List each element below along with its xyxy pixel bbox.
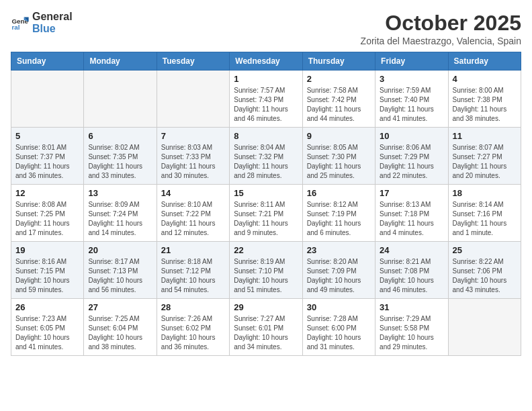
day-number: 17 xyxy=(380,188,443,198)
day-number: 15 xyxy=(234,188,298,198)
calendar-week-row: 1Sunrise: 7:57 AM Sunset: 7:43 PM Daylig… xyxy=(11,71,521,128)
calendar-cell xyxy=(157,71,229,128)
calendar-cell: 26Sunrise: 7:23 AM Sunset: 6:05 PM Dayli… xyxy=(11,299,84,356)
day-number: 11 xyxy=(453,131,517,141)
day-info: Sunrise: 8:02 AM Sunset: 7:35 PM Dayligh… xyxy=(88,143,152,181)
day-info: Sunrise: 8:10 AM Sunset: 7:22 PM Dayligh… xyxy=(161,200,225,238)
calendar-cell: 10Sunrise: 8:06 AM Sunset: 7:29 PM Dayli… xyxy=(375,128,448,185)
weekday-header-thursday: Thursday xyxy=(302,52,375,71)
day-number: 26 xyxy=(15,302,79,312)
day-number: 2 xyxy=(307,74,371,84)
calendar-cell: 22Sunrise: 8:19 AM Sunset: 7:10 PM Dayli… xyxy=(230,242,302,299)
day-number: 29 xyxy=(234,302,298,312)
day-number: 8 xyxy=(234,131,298,141)
day-info: Sunrise: 8:05 AM Sunset: 7:30 PM Dayligh… xyxy=(307,143,371,181)
day-info: Sunrise: 8:20 AM Sunset: 7:09 PM Dayligh… xyxy=(307,257,371,295)
calendar-cell: 16Sunrise: 8:12 AM Sunset: 7:19 PM Dayli… xyxy=(302,185,375,242)
weekday-header-wednesday: Wednesday xyxy=(230,52,302,71)
day-info: Sunrise: 8:12 AM Sunset: 7:19 PM Dayligh… xyxy=(307,200,371,238)
calendar-cell: 9Sunrise: 8:05 AM Sunset: 7:30 PM Daylig… xyxy=(302,128,375,185)
svg-text:ral: ral xyxy=(11,24,19,31)
calendar-cell: 28Sunrise: 7:26 AM Sunset: 6:02 PM Dayli… xyxy=(157,299,229,356)
day-info: Sunrise: 8:13 AM Sunset: 7:18 PM Dayligh… xyxy=(380,200,443,238)
calendar-cell: 15Sunrise: 8:11 AM Sunset: 7:21 PM Dayli… xyxy=(230,185,302,242)
day-number: 23 xyxy=(307,245,371,255)
day-info: Sunrise: 8:00 AM Sunset: 7:38 PM Dayligh… xyxy=(453,86,517,124)
calendar-cell: 1Sunrise: 7:57 AM Sunset: 7:43 PM Daylig… xyxy=(230,71,302,128)
calendar-cell: 12Sunrise: 8:08 AM Sunset: 7:25 PM Dayli… xyxy=(11,185,84,242)
day-number: 21 xyxy=(161,245,225,255)
logo-icon: Gene ral xyxy=(11,13,30,32)
day-number: 5 xyxy=(15,131,79,141)
day-info: Sunrise: 8:16 AM Sunset: 7:15 PM Dayligh… xyxy=(15,257,79,295)
calendar-week-row: 19Sunrise: 8:16 AM Sunset: 7:15 PM Dayli… xyxy=(11,242,521,299)
day-number: 4 xyxy=(453,74,517,84)
calendar-cell: 31Sunrise: 7:29 AM Sunset: 5:58 PM Dayli… xyxy=(375,299,448,356)
weekday-header-tuesday: Tuesday xyxy=(157,52,229,71)
calendar-cell: 19Sunrise: 8:16 AM Sunset: 7:15 PM Dayli… xyxy=(11,242,84,299)
calendar-cell: 7Sunrise: 8:03 AM Sunset: 7:33 PM Daylig… xyxy=(157,128,229,185)
day-info: Sunrise: 7:59 AM Sunset: 7:40 PM Dayligh… xyxy=(380,86,443,124)
calendar-cell xyxy=(84,71,157,128)
calendar-cell: 11Sunrise: 8:07 AM Sunset: 7:27 PM Dayli… xyxy=(448,128,521,185)
logo-text-line2: Blue xyxy=(32,23,73,35)
day-info: Sunrise: 8:18 AM Sunset: 7:12 PM Dayligh… xyxy=(161,257,225,295)
day-number: 6 xyxy=(88,131,152,141)
calendar-cell: 4Sunrise: 8:00 AM Sunset: 7:38 PM Daylig… xyxy=(448,71,521,128)
day-info: Sunrise: 7:27 AM Sunset: 6:01 PM Dayligh… xyxy=(234,314,298,352)
calendar-cell xyxy=(11,71,84,128)
day-number: 25 xyxy=(453,245,517,255)
calendar-cell: 25Sunrise: 8:22 AM Sunset: 7:06 PM Dayli… xyxy=(448,242,521,299)
calendar-cell: 24Sunrise: 8:21 AM Sunset: 7:08 PM Dayli… xyxy=(375,242,448,299)
day-info: Sunrise: 8:09 AM Sunset: 7:24 PM Dayligh… xyxy=(88,200,152,238)
calendar-cell: 6Sunrise: 8:02 AM Sunset: 7:35 PM Daylig… xyxy=(84,128,157,185)
day-info: Sunrise: 8:04 AM Sunset: 7:32 PM Dayligh… xyxy=(234,143,298,181)
calendar-week-row: 5Sunrise: 8:01 AM Sunset: 7:37 PM Daylig… xyxy=(11,128,521,185)
weekday-header-row: SundayMondayTuesdayWednesdayThursdayFrid… xyxy=(11,52,521,71)
day-number: 10 xyxy=(380,131,443,141)
calendar-cell: 5Sunrise: 8:01 AM Sunset: 7:37 PM Daylig… xyxy=(11,128,84,185)
day-info: Sunrise: 8:06 AM Sunset: 7:29 PM Dayligh… xyxy=(380,143,443,181)
day-info: Sunrise: 8:19 AM Sunset: 7:10 PM Dayligh… xyxy=(234,257,298,295)
weekday-header-sunday: Sunday xyxy=(11,52,84,71)
day-info: Sunrise: 7:28 AM Sunset: 6:00 PM Dayligh… xyxy=(307,314,371,352)
calendar-week-row: 26Sunrise: 7:23 AM Sunset: 6:05 PM Dayli… xyxy=(11,299,521,356)
calendar-cell: 30Sunrise: 7:28 AM Sunset: 6:00 PM Dayli… xyxy=(302,299,375,356)
title-block: October 2025 Zorita del Maestrazgo, Vale… xyxy=(361,11,521,46)
day-info: Sunrise: 7:58 AM Sunset: 7:42 PM Dayligh… xyxy=(307,86,371,124)
calendar-cell: 14Sunrise: 8:10 AM Sunset: 7:22 PM Dayli… xyxy=(157,185,229,242)
location-subtitle: Zorita del Maestrazgo, Valencia, Spain xyxy=(361,36,521,46)
day-info: Sunrise: 7:29 AM Sunset: 5:58 PM Dayligh… xyxy=(380,314,443,352)
weekday-header-monday: Monday xyxy=(84,52,157,71)
day-info: Sunrise: 8:11 AM Sunset: 7:21 PM Dayligh… xyxy=(234,200,298,238)
day-number: 20 xyxy=(88,245,152,255)
day-number: 19 xyxy=(15,245,79,255)
day-info: Sunrise: 8:21 AM Sunset: 7:08 PM Dayligh… xyxy=(380,257,443,295)
month-title: October 2025 xyxy=(361,11,521,36)
day-number: 31 xyxy=(380,302,443,312)
day-number: 14 xyxy=(161,188,225,198)
day-info: Sunrise: 8:14 AM Sunset: 7:16 PM Dayligh… xyxy=(453,200,517,238)
day-info: Sunrise: 8:01 AM Sunset: 7:37 PM Dayligh… xyxy=(15,143,79,181)
day-number: 7 xyxy=(161,131,225,141)
day-number: 24 xyxy=(380,245,443,255)
day-number: 16 xyxy=(307,188,371,198)
calendar-cell: 13Sunrise: 8:09 AM Sunset: 7:24 PM Dayli… xyxy=(84,185,157,242)
calendar-cell: 21Sunrise: 8:18 AM Sunset: 7:12 PM Dayli… xyxy=(157,242,229,299)
day-number: 3 xyxy=(380,74,443,84)
day-number: 30 xyxy=(307,302,371,312)
day-info: Sunrise: 7:57 AM Sunset: 7:43 PM Dayligh… xyxy=(234,86,298,124)
calendar-cell: 23Sunrise: 8:20 AM Sunset: 7:09 PM Dayli… xyxy=(302,242,375,299)
weekday-header-friday: Friday xyxy=(375,52,448,71)
day-info: Sunrise: 8:03 AM Sunset: 7:33 PM Dayligh… xyxy=(161,143,225,181)
day-info: Sunrise: 7:23 AM Sunset: 6:05 PM Dayligh… xyxy=(15,314,79,352)
day-number: 9 xyxy=(307,131,371,141)
calendar-cell: 17Sunrise: 8:13 AM Sunset: 7:18 PM Dayli… xyxy=(375,185,448,242)
day-number: 27 xyxy=(88,302,152,312)
day-number: 18 xyxy=(453,188,517,198)
page-header: Gene ral General Blue October 2025 Zorit… xyxy=(11,11,521,46)
logo-text-line1: General xyxy=(32,11,73,23)
day-number: 13 xyxy=(88,188,152,198)
day-info: Sunrise: 7:25 AM Sunset: 6:04 PM Dayligh… xyxy=(88,314,152,352)
day-info: Sunrise: 8:22 AM Sunset: 7:06 PM Dayligh… xyxy=(453,257,517,295)
